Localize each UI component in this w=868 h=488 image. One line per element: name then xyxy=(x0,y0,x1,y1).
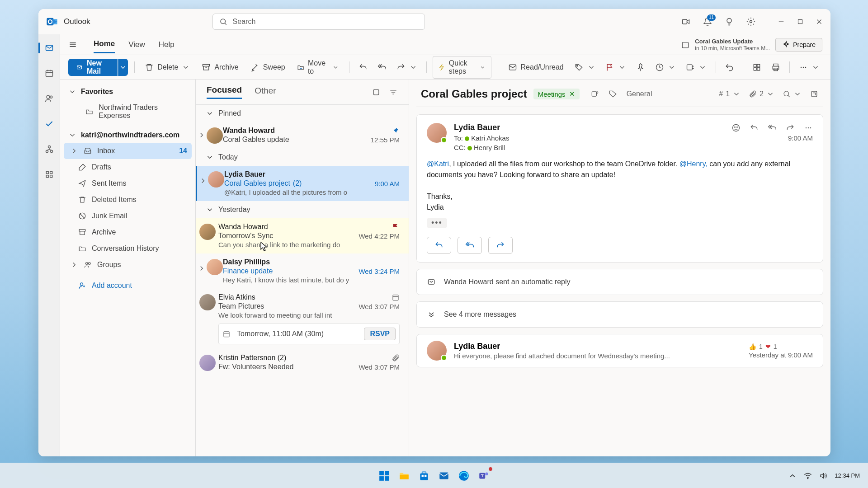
rules-button[interactable] xyxy=(683,60,709,75)
pivot-focused[interactable]: Focused xyxy=(207,85,242,99)
auto-reply-card[interactable]: Wanda Howard sent an automatic reply xyxy=(416,269,823,295)
sweep-button[interactable]: Sweep xyxy=(247,60,289,75)
mail-taskbar-icon[interactable] xyxy=(436,468,452,483)
print-button[interactable] xyxy=(769,60,783,75)
chevron-right-icon[interactable] xyxy=(199,177,207,185)
forward-button[interactable] xyxy=(394,60,420,75)
maximize-button[interactable] xyxy=(796,18,804,26)
tab-help[interactable]: Help xyxy=(159,37,175,53)
group-pinned[interactable]: Pinned xyxy=(196,105,409,122)
pin-button[interactable] xyxy=(633,60,648,75)
rail-mail[interactable] xyxy=(43,42,56,54)
rail-calendar[interactable] xyxy=(43,67,56,80)
edge-icon[interactable] xyxy=(456,468,472,483)
tag-button[interactable] xyxy=(572,60,598,75)
mention[interactable]: @Katri xyxy=(427,160,449,168)
read-unread-button[interactable]: Read/Unread xyxy=(505,60,567,75)
tray-chevron-icon[interactable] xyxy=(788,472,797,480)
mention[interactable]: @Henry, xyxy=(679,160,708,168)
chevron-right-icon[interactable] xyxy=(198,264,206,272)
archive-button[interactable]: Archive xyxy=(198,60,242,75)
reply-all-button[interactable] xyxy=(458,237,482,254)
pin-icon[interactable] xyxy=(392,127,400,135)
select-mode-icon[interactable] xyxy=(372,88,381,97)
group-today[interactable]: Today xyxy=(196,149,409,166)
pivot-other[interactable]: Other xyxy=(255,86,276,99)
chevron-right-icon[interactable] xyxy=(70,261,78,269)
rail-people[interactable] xyxy=(43,92,56,105)
add-account-button[interactable]: Add account xyxy=(64,277,192,294)
move-to-button[interactable]: Move to xyxy=(293,56,343,78)
overflow-button[interactable] xyxy=(796,60,822,75)
folder-conv-history[interactable]: Conversation History xyxy=(64,240,192,257)
file-explorer-icon[interactable] xyxy=(396,468,412,483)
collapsed-message-card[interactable]: Lydia Bauer Hi everyone, please find att… xyxy=(416,334,823,367)
flag-icon[interactable] xyxy=(392,223,400,231)
lightbulb-icon[interactable] xyxy=(725,17,734,26)
taskbar-clock[interactable]: 12:34 PM xyxy=(835,472,860,479)
favorite-folder[interactable]: Northwind Traders Expenses xyxy=(64,99,192,124)
reply-button[interactable] xyxy=(356,60,370,75)
open-new-window-icon[interactable] xyxy=(810,89,819,99)
folder-inbox[interactable]: Inbox14 xyxy=(64,143,192,159)
start-button[interactable] xyxy=(377,468,392,483)
meeting-reminder[interactable]: Coral Gables Update in 10 min, Microsoft… xyxy=(681,38,822,52)
new-mail-split[interactable] xyxy=(118,59,128,76)
message-item[interactable]: Elvia Atkins Team PicturesWed 3:07 PM We… xyxy=(196,289,409,349)
undo-button[interactable] xyxy=(722,60,736,75)
chevron-right-icon[interactable] xyxy=(70,147,78,155)
category-tag[interactable]: Meetings✕ xyxy=(533,89,580,99)
folder-archive[interactable]: Archive xyxy=(64,224,192,240)
folder-deleted[interactable]: Deleted Items xyxy=(64,192,192,208)
zoom-icon[interactable] xyxy=(783,90,791,98)
new-mail-button[interactable]: New Mail xyxy=(68,59,118,76)
quick-steps-button[interactable]: Quick steps xyxy=(433,56,491,79)
filter-icon[interactable] xyxy=(389,88,398,97)
folder-groups[interactable]: Groups xyxy=(64,257,192,273)
reactions[interactable]: 👍1❤1 xyxy=(749,343,813,350)
reply-all-button[interactable] xyxy=(375,60,389,75)
rail-todo[interactable] xyxy=(43,117,56,130)
reply-button[interactable] xyxy=(427,237,451,254)
chevron-right-icon[interactable] xyxy=(198,131,206,139)
close-button[interactable] xyxy=(815,18,823,26)
message-item[interactable]: Wanda Howard Coral Gables update12:55 PM xyxy=(196,122,409,149)
tag-icon[interactable] xyxy=(609,89,618,99)
message-item[interactable]: Kristin Pattersnon (2) Fw: Volunteers Ne… xyxy=(196,349,409,376)
teams-taskbar-icon[interactable]: T xyxy=(476,468,491,483)
show-trimmed-button[interactable]: ••• xyxy=(427,218,447,228)
reply-all-icon[interactable] xyxy=(768,123,777,132)
group-yesterday[interactable]: Yesterday xyxy=(196,201,409,218)
snooze-button[interactable] xyxy=(652,60,679,75)
message-item[interactable]: Lydia Bauer Coral Gables project(2)9:00 … xyxy=(196,166,409,201)
forward-icon[interactable] xyxy=(786,123,795,132)
reply-icon[interactable] xyxy=(750,123,759,132)
account-header[interactable]: katri@northwindtraders.com xyxy=(64,127,192,143)
folder-sent[interactable]: Sent Items xyxy=(64,175,192,192)
wifi-icon[interactable] xyxy=(804,472,812,480)
rail-org[interactable] xyxy=(43,143,56,155)
prepare-button[interactable]: Prepare xyxy=(775,38,822,52)
favorites-header[interactable]: Favorites xyxy=(64,84,192,99)
message-item[interactable]: Wanda Howard Tomorrow's SyncWed 4:22 PM … xyxy=(196,218,409,253)
volume-icon[interactable] xyxy=(819,472,827,480)
more-icon[interactable] xyxy=(804,123,813,132)
flag-button[interactable] xyxy=(603,60,629,75)
rsvp-button[interactable]: RSVP xyxy=(364,328,396,340)
taskbar[interactable]: T 12:34 PM xyxy=(0,463,868,488)
folder-drafts[interactable]: Drafts xyxy=(64,159,192,175)
see-more-card[interactable]: See 4 more messages xyxy=(416,301,823,328)
tab-home[interactable]: Home xyxy=(94,36,115,53)
hamburger-icon[interactable] xyxy=(68,40,77,49)
tab-view[interactable]: View xyxy=(128,37,145,53)
remove-tag-icon[interactable]: ✕ xyxy=(569,90,575,98)
attachment-icon[interactable] xyxy=(749,90,757,98)
message-item[interactable]: Daisy Phillips Finance updateWed 3:24 PM… xyxy=(196,253,409,289)
rail-apps[interactable] xyxy=(43,168,56,181)
settings-icon[interactable] xyxy=(746,17,755,26)
search-input[interactable]: Search xyxy=(212,14,425,30)
delete-button[interactable]: Delete xyxy=(141,60,193,75)
meet-now-icon[interactable] xyxy=(681,17,690,26)
forward-button[interactable] xyxy=(488,237,513,254)
notifications-button[interactable]: 11 xyxy=(703,17,712,26)
